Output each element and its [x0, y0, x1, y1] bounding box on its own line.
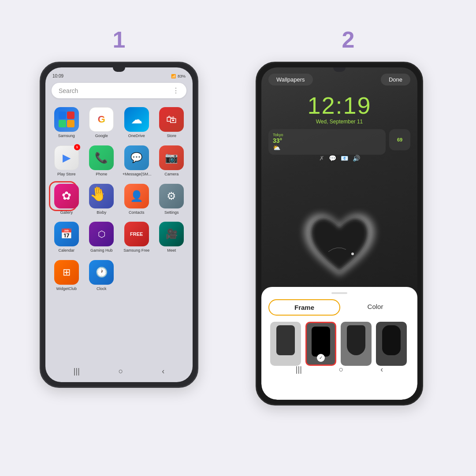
- widgetclub-icon: ⊞: [63, 267, 71, 278]
- frame-option-1[interactable]: [270, 322, 301, 366]
- phone-icon: 📞: [95, 152, 108, 164]
- recent-nav2-icon[interactable]: ‹: [380, 365, 383, 374]
- app-store[interactable]: 🛍 Store: [155, 104, 189, 141]
- frame-panel: Frame Color ✓: [261, 287, 417, 400]
- weather-temp: 33°: [273, 137, 381, 144]
- step1-number: 1: [113, 26, 126, 53]
- frame-option-4[interactable]: [376, 322, 407, 366]
- phone2-bottom-nav: ||| ○ ‹: [268, 360, 410, 374]
- samsungfree-icon: FREE: [130, 231, 143, 237]
- phone1-search-bar[interactable]: Search ⋮: [52, 83, 186, 98]
- panel-tabs: Frame Color: [268, 299, 410, 316]
- done-button[interactable]: Done: [381, 74, 410, 86]
- calendar-icon: 📅: [60, 228, 72, 240]
- back-nav2-icon[interactable]: |||: [296, 365, 302, 374]
- menu-dots-icon: ⋮: [172, 86, 179, 95]
- phone2: Wallpapers Done 12:19 Wed, September 11 …: [256, 62, 423, 405]
- widgets-row: Tokyo 33° ⛅ 69: [268, 129, 410, 155]
- notif-icons-row: ✗ 💬 📧 🔊: [261, 155, 417, 162]
- store-icon: 🛍: [166, 113, 177, 126]
- app-calendar[interactable]: 📅 Calendar: [50, 219, 83, 256]
- playstore-badge: 1: [74, 144, 80, 150]
- lock-screen: Wallpapers Done 12:19 Wed, September 11 …: [261, 67, 417, 294]
- playstore-icon: ▶: [63, 152, 71, 164]
- notif-icon1: ✗: [319, 155, 324, 162]
- svg-point-0: [351, 253, 354, 255]
- phone1-screen: 10:09 📶 83% Search ⋮: [45, 67, 193, 382]
- contacts-icon: 👤: [130, 190, 143, 202]
- steps-count: 69: [397, 137, 402, 142]
- meet-icon: 🎥: [166, 228, 178, 240]
- steps-widget: 69: [389, 129, 410, 150]
- app-settings[interactable]: ⚙ Settings: [155, 181, 189, 218]
- hand-cursor: 🤚: [88, 184, 108, 203]
- frame-option-3[interactable]: [341, 322, 372, 366]
- phone1: 10:09 📶 83% Search ⋮: [40, 62, 198, 388]
- gallery-icon: ✿: [62, 189, 71, 203]
- app-playstore[interactable]: ▶ 1 Play Store: [50, 143, 83, 179]
- clock-icon: 🕐: [96, 267, 108, 278]
- phone1-app-grid: Samsung G Google ☁ OneDrive 🛍 Store: [45, 101, 193, 298]
- frame-options-list: ✓: [268, 322, 410, 366]
- app-widgetclub[interactable]: ⊞ WidgetClub: [50, 257, 83, 294]
- settings-icon: ⚙: [167, 190, 176, 202]
- app-google[interactable]: G Google: [85, 104, 119, 141]
- search-label: Search: [59, 87, 78, 94]
- app-camera[interactable]: 📷 Camera: [155, 143, 189, 179]
- notif-icon3: 📧: [341, 155, 348, 162]
- app-bixby[interactable]: 🤚 ✓ Bixby: [85, 181, 119, 218]
- onedrive-icon: ☁: [131, 113, 142, 126]
- gaminghub-icon: ⬡: [98, 229, 105, 239]
- camera-icon: 📷: [165, 152, 178, 164]
- app-clock[interactable]: 🕐 Clock: [85, 257, 119, 294]
- app-samsung[interactable]: Samsung: [50, 104, 83, 141]
- app-contacts[interactable]: 👤 Contacts: [120, 181, 153, 218]
- notif-icon2: 💬: [329, 155, 336, 162]
- home-nav-icon[interactable]: ○: [119, 367, 123, 376]
- weather-icon: ⛅: [273, 144, 381, 151]
- tab-color[interactable]: Color: [340, 299, 410, 316]
- wallpapers-button[interactable]: Wallpapers: [268, 74, 313, 86]
- lock-time: 12:19: [261, 92, 417, 119]
- phone2-screen: Wallpapers Done 12:19 Wed, September 11 …: [261, 67, 417, 400]
- app-gallery[interactable]: ✿ Gallery: [50, 181, 83, 218]
- app-samsungfree[interactable]: FREE Samsung Free: [120, 219, 153, 256]
- message-icon: 💬: [130, 152, 142, 164]
- phone1-bottom-nav: ||| ○ ‹: [45, 367, 193, 376]
- app-gaminghub[interactable]: ⬡ Gaming Hub: [85, 219, 119, 256]
- back-nav-icon[interactable]: |||: [74, 367, 80, 376]
- home-nav2-icon[interactable]: ○: [339, 365, 344, 374]
- frame-option-2[interactable]: ✓: [305, 322, 336, 366]
- lock-top-bar: Wallpapers Done: [261, 74, 417, 86]
- step2-number: 2: [342, 26, 355, 53]
- tab-frame[interactable]: Frame: [268, 299, 340, 316]
- heart-wallpaper: [295, 205, 383, 294]
- phone1-time: 10:09: [52, 74, 63, 78]
- weather-widget: Tokyo 33° ⛅: [268, 129, 386, 155]
- weather-city: Tokyo: [273, 133, 381, 137]
- notif-icon4: 🔊: [353, 155, 360, 162]
- battery-icon: 83%: [178, 74, 186, 78]
- app-onedrive[interactable]: ☁ OneDrive: [120, 104, 153, 141]
- panel-drag-handle: [331, 292, 347, 294]
- wifi-icon: 📶: [171, 74, 176, 78]
- lock-date: Wed, September 11: [261, 119, 417, 125]
- app-phone[interactable]: 📞 Phone: [85, 143, 119, 179]
- recent-nav-icon[interactable]: ‹: [162, 367, 164, 376]
- google-icon: G: [98, 114, 105, 125]
- app-message[interactable]: 💬 +Message(SM...: [120, 143, 153, 179]
- app-meet[interactable]: 🎥 Meet: [155, 219, 189, 256]
